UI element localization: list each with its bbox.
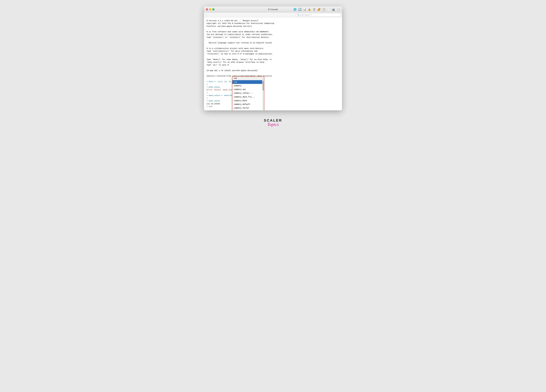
- cmd-assign: > mean_value <- mean(data): [207, 94, 339, 97]
- startup-blank-4: [207, 55, 339, 58]
- prompt-7: >: [207, 100, 209, 102]
- titlebar: R Console 🌐 🔄 📊 🔒 ☰ 🌈 📋 📄 🖨️ ⬜: [204, 6, 342, 13]
- cmd-sum-text: sum: [209, 105, 212, 108]
- autocomplete-popup: sum sum summary summary.aov summary.conn…: [232, 76, 264, 110]
- minus-button[interactable]: -: [205, 13, 208, 16]
- help-search-wrapper: 🔍 Help Search ✕: [296, 13, 341, 17]
- cmd-sum: > sum: [207, 105, 339, 108]
- close-button[interactable]: [206, 8, 208, 10]
- cmd-mean-value-text: mean_value: [209, 100, 220, 102]
- topics-text: Topics: [267, 122, 279, 127]
- cmd-data: > data <- c(12, 18, 20, 24, 30, 36): [207, 80, 339, 83]
- toolbar-icon-refresh[interactable]: 🔄: [298, 8, 302, 11]
- autocomplete-item-summary-glm[interactable]: summary.glm: [232, 110, 264, 110]
- cmd-assign-text: mean_value <- mean(data): [209, 94, 235, 96]
- window-title: R Console: [268, 8, 278, 11]
- startup-line-14: [R.app GUI 1.79 (8238) aarch64-apple-dar…: [207, 69, 339, 72]
- autocomplete-item-summary-factor[interactable]: summary.factor: [232, 106, 264, 110]
- toolbar-icons: 🌐 🔄 📊 🔒 ☰ 🌈 📋 📄 🖨️ ⬜: [293, 8, 340, 11]
- autocomplete-item-sum[interactable]: sum: [232, 80, 264, 84]
- prompt-2: >: [207, 83, 208, 85]
- startup-blank-7: [207, 77, 339, 80]
- prompt-5: >: [207, 94, 209, 96]
- toolbar-icon-globe[interactable]: 🌐: [293, 8, 297, 11]
- startup-blank-6: [207, 72, 339, 75]
- startup-line-7: Natural language support but running in …: [207, 41, 339, 44]
- startup-line-11: Type 'demo()' for some demos, 'help()' f…: [207, 58, 339, 61]
- prompt-4: >: [207, 92, 208, 94]
- toolbar-icon-print[interactable]: 🖨️: [332, 8, 335, 11]
- toolbar-icon-document[interactable]: 📄: [327, 8, 331, 11]
- traffic-lights: [206, 8, 214, 10]
- cmd-mean-text: mean_value: [209, 86, 220, 88]
- autocomplete-item-summary[interactable]: summary: [232, 84, 264, 88]
- autocomplete-scrollbar[interactable]: [262, 80, 264, 110]
- autocomplete-item-summary-default[interactable]: summary.default: [232, 103, 264, 106]
- toolbar-icon-menu[interactable]: ☰: [312, 8, 316, 11]
- startup-line-10: 'citation()' on how to cite R or R packa…: [207, 52, 339, 55]
- startup-line-9: Type 'contributors()' for more informati…: [207, 50, 339, 52]
- startup-line-8: R is a collaborative project with many c…: [207, 47, 339, 50]
- toolbar-icon-box[interactable]: ⬜: [337, 8, 340, 11]
- toolbar-icon-chart[interactable]: 📊: [303, 8, 306, 11]
- searchbar: - 🔍 Help Search ✕: [204, 13, 342, 17]
- minimize-button[interactable]: [209, 8, 211, 10]
- toolbar-icon-lock[interactable]: 🔒: [308, 8, 311, 11]
- autocomplete-item-summary-aov[interactable]: summary.aov: [232, 88, 264, 91]
- prompt-3: >: [207, 86, 209, 88]
- startup-line-13: Type 'q()' to quit R.: [207, 64, 339, 66]
- cmd-blank-2: >: [207, 91, 339, 94]
- search-close[interactable]: ✕: [311, 14, 312, 16]
- maximize-button[interactable]: [212, 8, 214, 10]
- startup-line-3: Platform: aarch64-apple-darwin20 (64-bit…: [207, 25, 339, 28]
- search-icon: 🔍: [297, 14, 299, 16]
- toolbar-icon-color[interactable]: 🌈: [317, 8, 321, 11]
- console-content[interactable]: R version 4.3.1 (2023-06-16) -- "Beagle …: [204, 17, 342, 110]
- autocomplete-item-summary-date[interactable]: summary.Date: [232, 99, 264, 103]
- startup-blank-1: [207, 28, 339, 30]
- startup-line-5: You are welcome to redistribute it under…: [207, 33, 339, 36]
- startup-line-12: 'help.start()' for an HTML browser inter…: [207, 61, 339, 64]
- startup-line-4: R is free software and comes with ABSOLU…: [207, 30, 339, 33]
- scaler-logo: SCALER Topics: [264, 118, 282, 127]
- prompt-6: >: [207, 97, 208, 99]
- autocomplete-item-summary-connec[interactable]: summary.connec...: [232, 91, 264, 95]
- startup-line-2: Copyright (C) 2023 The R Foundation for …: [207, 22, 339, 25]
- prompt-8: >: [207, 105, 209, 108]
- startup-blank-3: [207, 44, 339, 47]
- r-console-window: R Console 🌐 🔄 📊 🔒 ☰ 🌈 📋 📄 🖨️ ⬜ - 🔍 Help …: [204, 6, 342, 110]
- output-mean: [1] 23.33333: [207, 102, 339, 105]
- autocomplete-header: sum: [232, 77, 264, 80]
- autocomplete-item-summary-data-fra[interactable]: summary.data.fra...: [232, 95, 264, 99]
- startup-line-1: R version 4.3.1 (2023-06-16) -- "Beagle …: [207, 19, 339, 22]
- startup-line-6: Type 'license()' or 'licence()' for dist…: [207, 36, 339, 39]
- cmd-blank-3: >: [207, 97, 339, 99]
- cmd-blank-1: >: [207, 83, 339, 86]
- error-line: Error: object 'mean_value' not found: [207, 88, 339, 91]
- prompt-1: >: [207, 81, 209, 83]
- startup-line-15: [History restored from /Users/rohitvadla…: [207, 75, 339, 77]
- cmd-mean-value-2: > mean_value: [207, 99, 339, 102]
- search-placeholder: Help Search: [300, 14, 310, 16]
- startup-blank-5: [207, 66, 339, 69]
- toolbar-icon-clipboard[interactable]: 📋: [322, 8, 326, 11]
- cmd-mean-value-1: > mean_value: [207, 86, 339, 88]
- scrollbar-thumb: [263, 81, 264, 90]
- startup-blank-2: [207, 39, 339, 41]
